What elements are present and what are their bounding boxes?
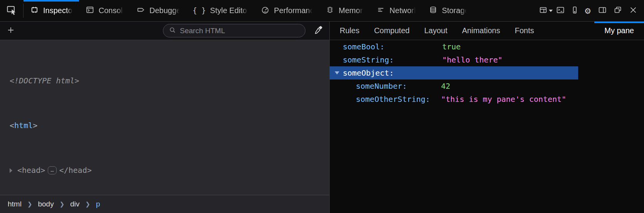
expand-arrow-icon[interactable] — [10, 168, 17, 173]
tab-style-editor[interactable]: { } Style Editor — [186, 0, 254, 21]
pick-element-button[interactable] — [0, 0, 23, 21]
separate-window-icon — [613, 5, 622, 16]
tab-label: Computed — [374, 26, 409, 35]
property-row-someObject[interactable]: someObject: — [330, 66, 578, 79]
tab-storage[interactable]: Storage — [422, 0, 473, 21]
toolbox-buttons: ⚙ — [536, 0, 644, 21]
tab-label: Layout — [424, 26, 447, 35]
add-node-button[interactable] — [6, 25, 15, 36]
plus-icon — [6, 25, 15, 36]
storage-database-icon — [429, 5, 438, 16]
dock-side-icon — [598, 5, 607, 16]
breadcrumb-item-div[interactable]: div — [70, 200, 79, 208]
breadcrumb-item-p[interactable]: p — [96, 200, 100, 208]
markup-node-doctype[interactable]: <!DOCTYPE html> — [0, 75, 329, 86]
inspector-left-pane: <!DOCTYPE html> <html> <head>…</head> <b… — [0, 40, 330, 213]
tab-label: Rules — [340, 26, 359, 35]
tab-console[interactable]: Console — [79, 0, 130, 21]
tab-my-pane[interactable]: My pane — [594, 22, 644, 40]
tab-fonts[interactable]: Fonts — [507, 22, 541, 40]
property-row-someBool[interactable]: someBool: true — [330, 40, 644, 53]
search-html-box — [163, 24, 305, 37]
toolbox-tabbar: Inspector Console Debugg — [0, 0, 644, 22]
property-value: "this is my pane's content" — [441, 95, 566, 104]
property-name: someObject: — [343, 68, 394, 78]
breadcrumb-item-body[interactable]: body — [38, 200, 54, 208]
tab-label: Inspector — [43, 6, 72, 15]
property-row-someString[interactable]: someString: "hello there" — [330, 53, 644, 66]
tab-layout[interactable]: Layout — [417, 22, 454, 40]
tab-label: Fonts — [515, 26, 534, 35]
tab-label: Debugger — [149, 6, 179, 15]
tab-animations[interactable]: Animations — [454, 22, 507, 40]
property-name: someBool: — [343, 42, 442, 51]
tab-rules[interactable]: Rules — [340, 22, 367, 40]
tab-label: My pane — [604, 26, 634, 35]
close-icon — [629, 5, 638, 16]
toolbox-tabs: Inspector Console Debugg — [23, 0, 473, 21]
eyedropper-button[interactable] — [313, 25, 323, 37]
doctype-text: <!DOCTYPE html> — [10, 75, 79, 86]
iframe-picker-caret-icon[interactable] — [549, 10, 553, 12]
markup-node-html[interactable]: <html> — [0, 120, 329, 131]
property-name: someString: — [343, 55, 442, 64]
performance-icon — [261, 5, 270, 16]
tab-inspector[interactable]: Inspector — [23, 0, 79, 21]
property-value: "hello there" — [442, 55, 503, 64]
tab-memory[interactable]: Memory — [319, 0, 370, 21]
breadcrumb: html ❯ body ❯ div ❯ p — [0, 195, 329, 213]
property-value: 42 — [441, 81, 450, 91]
inline-expander-badge[interactable]: … — [48, 166, 56, 174]
property-row-someNumber[interactable]: someNumber: 42 — [330, 79, 644, 93]
breadcrumb-separator: ❯ — [86, 201, 91, 208]
tab-network[interactable]: Network — [370, 0, 422, 21]
sidebar-tabs: Rules Computed Layout Animations Fonts M… — [330, 22, 644, 40]
main-content: <!DOCTYPE html> <html> <head>…</head> <b… — [0, 40, 644, 213]
settings-button[interactable]: ⚙ — [581, 0, 594, 22]
memory-chip-icon — [325, 5, 334, 16]
tab-label: Storage — [442, 6, 466, 15]
console-icon — [86, 5, 94, 16]
property-name: someNumber: — [356, 81, 441, 91]
gear-icon: ⚙ — [585, 6, 590, 15]
tab-label: Performance — [274, 6, 312, 15]
eyedropper-icon — [313, 25, 323, 37]
split-console-icon — [556, 5, 565, 16]
close-devtools-button[interactable] — [626, 0, 641, 22]
tab-label: Memory — [339, 6, 363, 15]
tab-label: Network — [389, 6, 416, 15]
property-row-someOtherString[interactable]: someOtherString: "this is my pane's cont… — [330, 93, 644, 106]
iframe-picker-icon — [539, 5, 548, 16]
braces-icon: { } — [193, 7, 206, 14]
search-html-input[interactable] — [180, 27, 300, 35]
secondary-toolbar: Rules Computed Layout Animations Fonts M… — [0, 22, 644, 40]
separate-window-button[interactable] — [610, 0, 626, 22]
network-icon — [376, 5, 385, 16]
breadcrumb-separator: ❯ — [27, 201, 32, 208]
markup-view: <!DOCTYPE html> <html> <head>…</head> <b… — [0, 40, 329, 195]
collapse-arrow-icon[interactable] — [335, 71, 339, 74]
devtools-window: Inspector Console Debugg — [0, 0, 644, 213]
property-name: someOtherString: — [356, 95, 441, 104]
phone-icon — [570, 5, 579, 16]
tab-debugger[interactable]: Debugger — [130, 0, 186, 21]
markup-node-head[interactable]: <head>…</head> — [0, 165, 329, 176]
tab-performance[interactable]: Performance — [254, 0, 319, 21]
markup-toolbar — [0, 22, 330, 40]
my-pane-content: someBool: true someString: "hello there"… — [330, 40, 644, 213]
node-picker-icon — [6, 4, 17, 17]
responsive-design-mode-button[interactable] — [568, 0, 581, 22]
tab-label: Style Editor — [210, 6, 248, 15]
inspector-icon — [30, 5, 39, 16]
dock-to-side-button[interactable] — [595, 0, 610, 22]
tab-computed[interactable]: Computed — [367, 22, 417, 40]
breadcrumb-item-html[interactable]: html — [8, 200, 22, 208]
breadcrumb-separator: ❯ — [60, 201, 65, 208]
tab-label: Console — [99, 6, 123, 15]
debugger-icon — [136, 5, 145, 16]
split-console-button[interactable] — [553, 0, 568, 22]
search-icon — [169, 26, 176, 36]
tab-label: Animations — [462, 26, 500, 35]
property-value: true — [442, 42, 461, 51]
